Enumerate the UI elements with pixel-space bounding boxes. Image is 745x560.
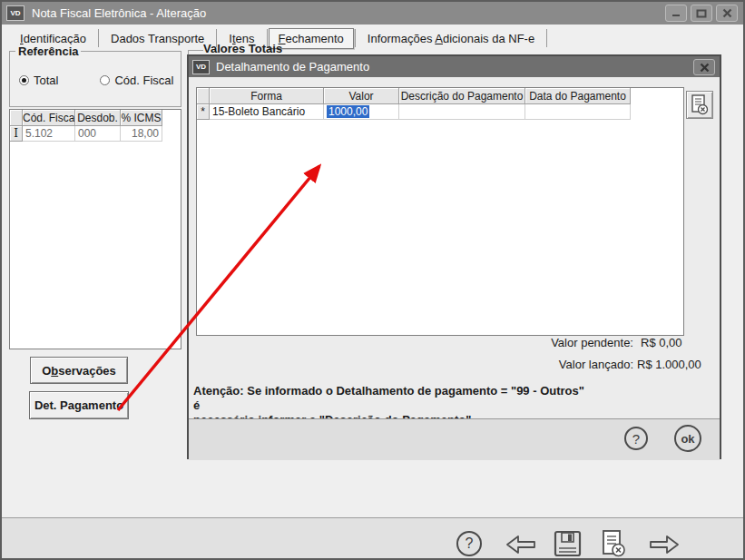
titlebar: VD Nota Fiscal Eletrônica - Alteração bbox=[2, 2, 743, 25]
tab-separator bbox=[546, 29, 547, 47]
bottom-toolbar bbox=[2, 518, 743, 558]
save-floppy-icon bbox=[554, 530, 582, 557]
forward-arrow-icon bbox=[648, 533, 681, 556]
radio-cod-fiscal-circle[interactable] bbox=[100, 75, 110, 85]
minimize-button[interactable] bbox=[665, 5, 687, 22]
save-button[interactable] bbox=[554, 530, 582, 560]
dialog-ok-button[interactable]: ok bbox=[674, 425, 701, 452]
payment-grid-header-row: Forma Valor Descrição do Pagamento Data … bbox=[197, 88, 683, 104]
tab-dados-transporte[interactable]: Dados Transporte bbox=[100, 29, 215, 48]
payment-grid-row[interactable]: * 15-Boleto Bancário 1000,00 bbox=[197, 104, 683, 120]
fiscal-header-desdob[interactable]: Desdob. bbox=[75, 110, 121, 126]
dialog-title: Detalhamento de Pagamento bbox=[216, 60, 369, 74]
radio-cod-fiscal-label: Cód. Fiscal bbox=[114, 74, 173, 87]
detalhamento-pagamento-dialog: VD Detalhamento de Pagamento Forma Valor… bbox=[187, 54, 721, 459]
cancel-document-button[interactable] bbox=[600, 529, 627, 560]
delete-document-icon bbox=[691, 94, 709, 115]
valor-pendente-value: R$ 0,00 bbox=[641, 336, 682, 349]
payment-header-valor[interactable]: Valor bbox=[324, 88, 399, 104]
dialog-close-button[interactable] bbox=[693, 59, 715, 75]
payment-cell-valor[interactable]: 1000,00 bbox=[324, 104, 399, 120]
help-button[interactable]: ? bbox=[456, 531, 482, 556]
tab-separator bbox=[98, 29, 99, 47]
cancel-document-icon bbox=[600, 529, 627, 558]
forward-button[interactable] bbox=[648, 533, 681, 559]
fiscal-cell-icms[interactable]: 18,00 bbox=[121, 126, 162, 142]
back-button[interactable] bbox=[505, 533, 537, 559]
tab-separator bbox=[355, 29, 356, 47]
valor-pendente-label: Valor pendente: bbox=[443, 336, 633, 349]
ibeam-cursor[interactable]: I bbox=[10, 126, 23, 142]
dialog-app-icon: VD bbox=[192, 60, 210, 74]
fiscal-cell-cod-fiscal[interactable]: 5.102 bbox=[23, 126, 75, 142]
tab-strip: Identificação Dados Transporte Itens Fec… bbox=[2, 25, 743, 51]
tab-informacoes-adicionais[interactable]: Informações Adicionais da NF-e bbox=[357, 29, 545, 48]
valor-lancado-label: Valor lançado: bbox=[443, 358, 633, 371]
minimize-icon bbox=[671, 9, 681, 18]
delete-record-button[interactable] bbox=[686, 91, 713, 119]
new-record-asterisk[interactable]: * bbox=[197, 104, 210, 120]
payment-grid: Forma Valor Descrição do Pagamento Data … bbox=[196, 87, 684, 336]
valor-lancado-value: R$ 1.000,00 bbox=[637, 358, 701, 371]
close-button[interactable] bbox=[716, 5, 738, 22]
radio-total-circle[interactable] bbox=[19, 75, 29, 85]
valores-totais-group-title: Valores Totais bbox=[203, 42, 282, 55]
det-pagamento-button[interactable]: Det. Pagamento bbox=[29, 391, 129, 419]
fiscal-header-selector[interactable] bbox=[10, 110, 23, 126]
payment-header-data[interactable]: Data do Pagamento bbox=[525, 88, 631, 104]
fiscal-header-icms[interactable]: % ICMS bbox=[121, 110, 162, 126]
radio-total-label: Total bbox=[34, 74, 58, 87]
payment-cell-descricao[interactable] bbox=[399, 104, 525, 120]
referencia-groupbox: Referência Total Cód. Fiscal bbox=[9, 51, 181, 107]
window-title: Nota Fiscal Eletrônica - Alteração bbox=[32, 6, 206, 20]
dialog-help-button[interactable]: ? bbox=[624, 427, 648, 450]
valor-selected-text: 1000,00 bbox=[327, 105, 369, 118]
fiscal-grid-row[interactable]: I 5.102 000 18,00 bbox=[10, 126, 181, 142]
referencia-group-title: Referência bbox=[15, 44, 81, 58]
payment-header-forma[interactable]: Forma bbox=[210, 88, 324, 104]
close-icon bbox=[700, 63, 710, 73]
payment-header-descricao[interactable]: Descrição do Pagamento bbox=[399, 88, 525, 104]
payment-cell-forma[interactable]: 15-Boleto Bancário bbox=[210, 104, 324, 120]
window-controls bbox=[665, 5, 743, 22]
maximize-icon bbox=[696, 9, 707, 18]
payment-cell-data[interactable] bbox=[525, 104, 631, 120]
fiscal-grid-header-row: Cód. Fiscal Desdob. % ICMS bbox=[10, 110, 181, 126]
close-icon bbox=[722, 8, 732, 18]
radio-total[interactable]: Total bbox=[19, 74, 58, 87]
main-window: VD Nota Fiscal Eletrônica - Alteração Id… bbox=[0, 0, 745, 560]
warning-line-1: Atenção: Se informado o Detalhamento de … bbox=[193, 384, 593, 413]
radio-cod-fiscal[interactable]: Cód. Fiscal bbox=[100, 74, 173, 87]
maximize-button[interactable] bbox=[691, 5, 712, 22]
fiscal-cell-desdob[interactable]: 000 bbox=[75, 126, 121, 142]
app-icon: VD bbox=[6, 5, 25, 21]
back-arrow-icon bbox=[505, 533, 537, 556]
observacoes-button[interactable]: Observações bbox=[30, 357, 128, 384]
fiscal-grid: Cód. Fiscal Desdob. % ICMS I 5.102 000 1… bbox=[9, 109, 181, 349]
fiscal-header-cod-fiscal[interactable]: Cód. Fiscal bbox=[23, 110, 75, 126]
payment-header-selector[interactable] bbox=[197, 88, 210, 104]
dialog-titlebar: VD Detalhamento de Pagamento bbox=[189, 56, 720, 77]
